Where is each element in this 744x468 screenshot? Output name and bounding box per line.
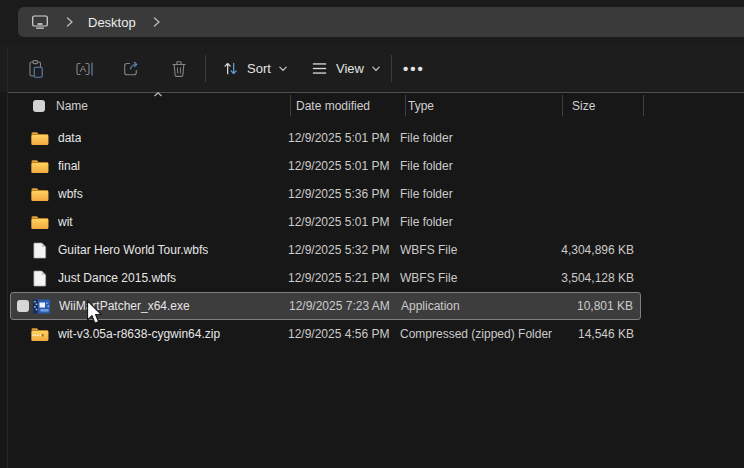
file-row[interactable]: wit12/9/2025 5:01 PMFile folder xyxy=(10,208,641,236)
rename-button[interactable]: A xyxy=(73,58,95,80)
file-row[interactable]: wbfs12/9/2025 5:36 PMFile folder xyxy=(10,180,641,208)
share-icon xyxy=(121,59,141,79)
column-divider[interactable] xyxy=(405,95,406,116)
file-row[interactable]: Guitar Hero World Tour.wbfs12/9/2025 5:3… xyxy=(10,236,641,264)
file-name: wbfs xyxy=(58,180,83,208)
share-button[interactable] xyxy=(120,58,142,80)
column-header-size[interactable]: Size xyxy=(572,93,595,119)
date-modified-cell: 12/9/2025 5:01 PM xyxy=(288,152,389,180)
type-cell: WBFS File xyxy=(400,236,457,264)
address-box[interactable]: Desktop xyxy=(18,7,744,37)
file-name: wit xyxy=(58,208,73,236)
column-header-type[interactable]: Type xyxy=(408,93,434,119)
chevron-down-icon xyxy=(371,64,381,74)
date-modified-cell: 12/9/2025 5:36 PM xyxy=(288,180,389,208)
folder-icon xyxy=(31,129,49,147)
toolbar-separator xyxy=(205,55,206,82)
toolbar-separator xyxy=(391,55,392,82)
sort-icon xyxy=(221,59,240,78)
delete-button[interactable] xyxy=(168,58,190,80)
date-modified-cell: 12/9/2025 5:01 PM xyxy=(288,124,389,152)
type-cell: File folder xyxy=(400,208,453,236)
date-modified-cell: 12/9/2025 7:23 AM xyxy=(289,293,390,319)
paste-button[interactable] xyxy=(25,58,47,80)
date-modified-cell: 12/9/2025 5:32 PM xyxy=(288,236,389,264)
type-cell: File folder xyxy=(400,124,453,152)
column-divider[interactable] xyxy=(562,95,563,116)
size-cell: 14,546 KB xyxy=(578,320,634,348)
this-pc-monitor-icon[interactable] xyxy=(31,14,49,30)
view-button[interactable]: View xyxy=(310,45,381,92)
sort-label: Sort xyxy=(247,61,271,76)
type-cell: Application xyxy=(401,293,460,319)
folder-icon xyxy=(31,157,49,175)
file-row[interactable]: wit-v3.05a-r8638-cygwin64.zip12/9/2025 4… xyxy=(10,320,641,348)
delete-icon xyxy=(169,59,189,79)
column-header-name[interactable]: Name xyxy=(56,93,88,119)
ellipsis-icon: ••• xyxy=(403,60,425,77)
sort-ascending-caret-icon xyxy=(153,91,163,98)
file-name: data xyxy=(58,124,81,152)
paste-icon xyxy=(26,59,46,79)
column-divider[interactable] xyxy=(290,95,291,116)
application-icon xyxy=(32,297,50,315)
file-list: data12/9/2025 5:01 PMFile folderfinal12/… xyxy=(10,124,641,348)
type-cell: Compressed (zipped) Folder xyxy=(400,320,552,348)
type-cell: WBFS File xyxy=(400,264,457,292)
folder-icon xyxy=(31,185,49,203)
column-header-date-modified[interactable]: Date modified xyxy=(296,93,370,119)
chevron-right-icon[interactable] xyxy=(152,16,161,28)
rename-icon: A xyxy=(74,59,94,79)
select-all-checkbox[interactable] xyxy=(33,100,45,112)
file-name: wit-v3.05a-r8638-cygwin64.zip xyxy=(58,320,220,348)
zip-folder-icon xyxy=(31,325,49,343)
date-modified-cell: 12/9/2025 4:56 PM xyxy=(288,320,389,348)
file-row[interactable]: Just Dance 2015.wbfs12/9/2025 5:21 PMWBF… xyxy=(10,264,641,292)
file-row[interactable]: WiiMartPatcher_x64.exe12/9/2025 7:23 AMA… xyxy=(10,292,641,320)
column-header-row: Name Date modified Type Size xyxy=(0,93,744,119)
folder-icon xyxy=(31,213,49,231)
chevron-down-icon xyxy=(278,64,288,74)
see-more-button[interactable]: ••• xyxy=(403,45,425,92)
file-name: final xyxy=(58,152,80,180)
file-name: Guitar Hero World Tour.wbfs xyxy=(58,236,208,264)
view-icon xyxy=(310,59,329,78)
date-modified-cell: 12/9/2025 5:21 PM xyxy=(288,264,389,292)
type-cell: File folder xyxy=(400,180,453,208)
breadcrumb-item-desktop[interactable]: Desktop xyxy=(88,15,136,30)
sort-button[interactable]: Sort xyxy=(221,45,288,92)
document-icon xyxy=(31,241,49,259)
type-cell: File folder xyxy=(400,152,453,180)
command-toolbar: A xyxy=(0,45,744,92)
file-row[interactable]: final12/9/2025 5:01 PMFile folder xyxy=(10,152,641,180)
file-explorer-window: Desktop A xyxy=(0,0,744,468)
file-row[interactable]: data12/9/2025 5:01 PMFile folder xyxy=(10,124,641,152)
file-name: Just Dance 2015.wbfs xyxy=(58,264,176,292)
column-divider[interactable] xyxy=(643,95,644,116)
size-cell: 3,504,128 KB xyxy=(561,264,634,292)
date-modified-cell: 12/9/2025 5:01 PM xyxy=(288,208,389,236)
view-label: View xyxy=(336,61,364,76)
row-checkbox[interactable] xyxy=(17,300,29,312)
size-cell: 10,801 KB xyxy=(577,293,633,319)
file-name: WiiMartPatcher_x64.exe xyxy=(59,293,190,319)
svg-text:A: A xyxy=(80,63,87,74)
size-cell: 4,304,896 KB xyxy=(561,236,634,264)
document-icon xyxy=(31,269,49,287)
address-bar: Desktop xyxy=(0,0,744,45)
chevron-right-icon xyxy=(65,16,74,28)
